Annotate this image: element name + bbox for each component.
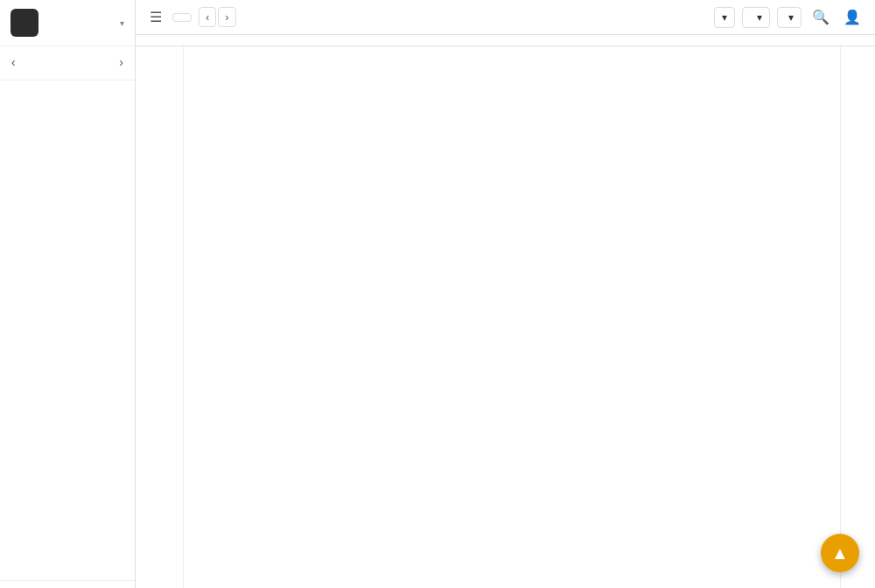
sidebar: ▾ ‹ › (0, 0, 136, 588)
topbar: ☰ ‹ › ▾ ▾ ▾ 🔍 👤 (136, 0, 875, 35)
time-column-right (840, 46, 875, 588)
fab-icon: ▲ (831, 543, 849, 564)
app-logo[interactable]: ▾ (0, 0, 135, 46)
sidebar-nav (0, 80, 135, 580)
revenue-badge: ▾ (714, 7, 735, 28)
main-content: ☰ ‹ › ▾ ▾ ▾ 🔍 👤 (136, 0, 875, 588)
time-column-left (136, 46, 184, 588)
prev-date-button[interactable]: ‹ (199, 7, 216, 27)
profile-button[interactable]: 👤 (840, 5, 864, 29)
fab-button[interactable]: ▲ (821, 534, 859, 572)
menu-button[interactable]: ☰ (146, 5, 165, 29)
calendar-grid (184, 46, 840, 588)
logo-chevron-icon: ▾ (120, 18, 124, 28)
mini-calendar: ‹ › (0, 46, 135, 80)
search-button[interactable]: 🔍 (808, 5, 833, 29)
week-filter-button[interactable]: ▾ (777, 7, 802, 28)
day-filter-button[interactable]: ▾ (742, 7, 770, 28)
today-button[interactable] (172, 13, 192, 22)
sidebar-bottom (0, 580, 135, 588)
logo-icon (10, 9, 38, 37)
staff-header (136, 35, 875, 46)
date-nav-arrows: ‹ › (199, 7, 236, 27)
cal-next-button[interactable]: › (116, 55, 126, 69)
calendar-body[interactable] (136, 46, 875, 588)
next-date-button[interactable]: › (218, 7, 235, 27)
cal-prev-button[interactable]: ‹ (9, 55, 18, 69)
